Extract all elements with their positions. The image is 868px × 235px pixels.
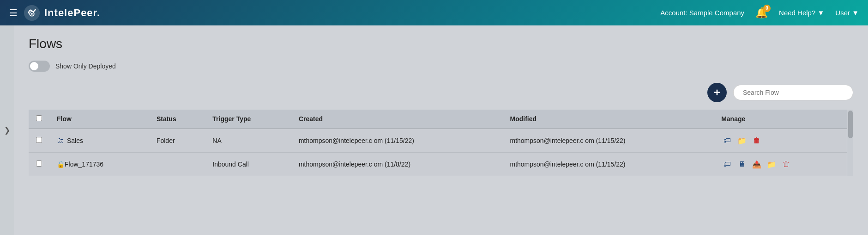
row2-trigger: Inbound Call <box>205 153 291 176</box>
row2-checkbox-cell <box>29 153 49 176</box>
row1-modified: mthompson@intelepeer.c om (11/15/22) <box>503 129 714 153</box>
select-all-checkbox[interactable] <box>36 115 42 121</box>
row1-delete-icon[interactable]: 🗑 <box>751 135 763 147</box>
flows-table-wrapper: Flow Status Trigger Type Created Modifie… <box>29 110 853 176</box>
row1-checkbox[interactable] <box>36 137 42 143</box>
row2-name: Flow_171736 <box>65 161 103 168</box>
table-header-row: Flow Status Trigger Type Created Modifie… <box>29 110 853 129</box>
nav-left: ☰ IntelePeer. <box>9 4 100 22</box>
logo-text: IntelePeer. <box>44 7 100 19</box>
table-row: 🔒 Flow_171736 Inbound Call mthompson@int… <box>29 153 853 176</box>
row2-tag-icon[interactable]: 🏷 <box>721 158 733 170</box>
row1-name: Sales <box>67 137 83 144</box>
account-label: Account: Sample Company <box>660 9 744 17</box>
logo-area: IntelePeer. <box>23 4 100 22</box>
svg-point-0 <box>24 5 40 20</box>
row2-delete-icon[interactable]: 🗑 <box>780 158 792 170</box>
row1-manage: 🏷 📁 🗑 <box>714 129 853 153</box>
row1-name-cell: 🗂 Sales <box>49 129 149 153</box>
row2-created: mthompson@intelepeer.c om (11/8/22) <box>291 153 503 176</box>
lock-icon: 🔒 <box>57 161 65 168</box>
row1-trigger: NA <box>205 129 291 153</box>
action-bar: + <box>29 83 853 102</box>
table-row: 🗂 Sales Folder NA mthompson@intelepeer.c… <box>29 129 853 153</box>
th-modified: Modified <box>503 110 714 129</box>
th-trigger-type: Trigger Type <box>205 110 291 129</box>
nav-right: Account: Sample Company 🔔 0 Need Help? ▼… <box>660 7 859 19</box>
row1-tag-icon[interactable]: 🏷 <box>721 135 733 147</box>
row1-checkbox-cell <box>29 129 49 153</box>
row2-copy-icon[interactable]: 🖥 <box>736 158 748 170</box>
need-help-button[interactable]: Need Help? ▼ <box>779 9 824 17</box>
show-only-deployed-toggle[interactable] <box>29 61 50 72</box>
chevron-right-icon: ❯ <box>4 126 10 135</box>
hamburger-icon[interactable]: ☰ <box>9 7 18 19</box>
folder-icon: 🗂 <box>57 136 64 145</box>
row2-manage: 🏷 🖥 📤 📁 🗑 <box>714 153 853 176</box>
row2-export-icon[interactable]: 📤 <box>751 158 763 170</box>
toggle-row: Show Only Deployed <box>29 61 853 72</box>
logo-icon <box>23 4 41 22</box>
row1-status: Folder <box>149 129 205 153</box>
row2-name-cell: 🔒 Flow_171736 <box>49 153 149 176</box>
svg-point-2 <box>31 13 33 15</box>
row2-folder-icon[interactable]: 📁 <box>766 158 778 170</box>
scrollbar[interactable] <box>847 110 853 176</box>
bell-wrapper[interactable]: 🔔 0 <box>755 7 768 19</box>
search-flow-input[interactable] <box>733 85 853 100</box>
row2-checkbox[interactable] <box>36 161 42 167</box>
add-flow-button[interactable]: + <box>707 83 727 102</box>
th-flow: Flow <box>49 110 149 129</box>
top-navigation: ☰ IntelePeer. Account: Sample Company 🔔 … <box>0 0 868 25</box>
row1-created: mthompson@intelepeer.c om (11/15/22) <box>291 129 503 153</box>
sidebar-toggle[interactable]: ❯ <box>0 25 14 235</box>
row2-modified: mthompson@intelepeer.c om (11/15/22) <box>503 153 714 176</box>
main-content: Flows Show Only Deployed + Flow Status T… <box>14 25 868 235</box>
bell-badge: 0 <box>763 5 771 12</box>
flows-table: Flow Status Trigger Type Created Modifie… <box>29 110 853 176</box>
row2-status <box>149 153 205 176</box>
page-title: Flows <box>29 37 853 51</box>
toggle-label: Show Only Deployed <box>55 62 116 70</box>
scrollbar-thumb <box>848 111 853 138</box>
row1-folder-icon[interactable]: 📁 <box>736 135 748 147</box>
th-created: Created <box>291 110 503 129</box>
th-manage: Manage <box>714 110 853 129</box>
toggle-thumb <box>30 62 38 70</box>
th-checkbox <box>29 110 49 129</box>
th-status: Status <box>149 110 205 129</box>
user-menu-button[interactable]: User ▼ <box>835 9 859 17</box>
